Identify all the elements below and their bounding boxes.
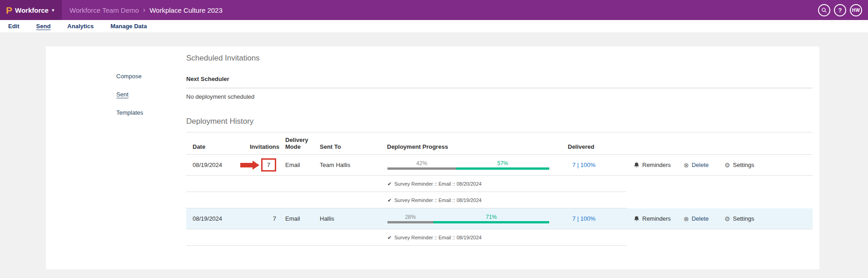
delivered-link[interactable]: 7 | 100%	[572, 215, 595, 222]
gear-icon: ⚙	[724, 216, 730, 222]
progress-bar	[387, 167, 551, 170]
reminder-text: Survey Reminder :: Email :: 08/19/2024	[394, 197, 481, 203]
column-header-invitations: Invitations	[250, 143, 277, 150]
cell-sent-to: Hallis	[318, 215, 382, 222]
progress-segment-green	[433, 221, 550, 223]
progress-gray-label: 42%	[387, 161, 456, 167]
no-deployment-message: No deployment scheduled	[186, 88, 813, 100]
breadcrumb-separator-icon: ›	[143, 6, 145, 14]
tab-manage-data[interactable]: Manage Data	[110, 23, 147, 30]
reminder-subrow: ✔ Survey Reminder :: Email :: 08/19/2024	[186, 192, 813, 208]
cell-deployment-progress: 42% 57%	[382, 161, 563, 170]
highlighted-invitations-count: 7	[261, 158, 276, 172]
cell-deployment-progress: 28% 71%	[382, 214, 563, 223]
reminders-label: Reminders	[642, 215, 671, 222]
search-icon	[821, 7, 827, 13]
cell-delivered: 7 | 100%	[563, 215, 634, 222]
column-header-sent-to: Sent To	[318, 143, 382, 150]
chevron-down-icon: ▾	[52, 7, 55, 13]
cell-invitations: 7	[250, 215, 277, 222]
help-button[interactable]: ?	[834, 4, 846, 16]
workforce-menu-button[interactable]: P Workforce ▾	[0, 0, 62, 20]
cell-delivery-mode: Email	[277, 162, 318, 168]
settings-button[interactable]: ⚙ Settings	[724, 215, 772, 222]
delivered-link[interactable]: 7 | 100%	[572, 162, 595, 168]
reminders-button[interactable]: Reminders	[634, 162, 684, 168]
cell-sent-to: Team Hallis	[318, 162, 382, 168]
app-name: Workforce	[15, 6, 49, 14]
cell-delivered: 7 | 100%	[563, 162, 634, 168]
delete-circle-icon: ⊗	[684, 216, 689, 222]
progress-green-label: 71%	[433, 214, 550, 221]
reminders-button[interactable]: Reminders	[634, 215, 684, 222]
delete-label: Delete	[692, 215, 709, 222]
annotation-arrow-icon	[240, 161, 259, 170]
bell-icon	[634, 216, 640, 222]
sidebar-item-sent[interactable]: Sent	[116, 91, 186, 98]
page-background: Compose Sent Templates Scheduled Invitat…	[0, 32, 868, 278]
question-mark-icon: ?	[838, 7, 842, 14]
breadcrumb-current-page: Workplace Culture 2023	[149, 6, 223, 14]
tab-edit[interactable]: Edit	[8, 23, 20, 30]
progress-green-label: 57%	[456, 161, 549, 167]
progress-segment-gray	[387, 167, 456, 170]
survey-nav: Edit Send Analytics Manage Data	[0, 20, 868, 32]
send-panel: Compose Sent Templates Scheduled Invitat…	[46, 46, 819, 269]
sidebar-item-templates[interactable]: Templates	[116, 109, 186, 116]
progress-segment-green	[456, 167, 549, 170]
table-header-row: Date Invitations Delivery Mode Sent To D…	[186, 132, 813, 155]
check-icon: ✔	[387, 181, 392, 187]
progress-segment-gray	[387, 221, 433, 223]
reminder-subrow: ✔ Survey Reminder :: Email :: 08/20/2024	[186, 176, 813, 192]
table-row: 08/19/2024 7 Email Team Hallis 42%	[186, 155, 813, 176]
breadcrumb: Workforce Team Demo › Workplace Culture …	[69, 6, 223, 14]
progress-gray-label: 28%	[387, 214, 433, 221]
sidebar-item-compose[interactable]: Compose	[116, 73, 186, 80]
column-header-delivered: Delivered	[563, 143, 634, 150]
next-scheduler-label: Next Scheduler	[186, 76, 813, 88]
column-header-delivery-mode: Delivery Mode	[277, 136, 318, 150]
send-sidebar: Compose Sent Templates	[46, 46, 186, 269]
search-button[interactable]	[818, 4, 830, 16]
cell-invitations: 7	[250, 158, 277, 172]
cell-delivery-mode: Email	[277, 215, 318, 222]
reminders-label: Reminders	[642, 162, 671, 168]
delete-button[interactable]: ⊗ Delete	[684, 162, 724, 168]
reminder-subrow: ✔ Survey Reminder :: Email :: 08/19/2024	[186, 229, 813, 246]
tab-send[interactable]: Send	[36, 23, 51, 30]
table-row: 08/19/2024 7 Email Hallis 28% 71%	[186, 208, 813, 229]
check-icon: ✔	[387, 197, 392, 203]
reminder-text: Survey Reminder :: Email :: 08/19/2024	[394, 235, 481, 240]
gear-icon: ⚙	[724, 162, 730, 168]
column-header-deployment-progress: Deployment Progress	[382, 143, 563, 150]
sent-content: Scheduled Invitations Next Scheduler No …	[186, 46, 819, 269]
breadcrumb-parent-link[interactable]: Workforce Team Demo	[69, 6, 139, 14]
check-icon: ✔	[387, 235, 392, 241]
cell-date: 08/19/2024	[186, 215, 250, 222]
deployment-history-title: Deployment History	[186, 117, 813, 126]
scheduled-invitations-title: Scheduled Invitations	[186, 54, 813, 63]
top-bar: P Workforce ▾ Workforce Team Demo › Work…	[0, 0, 868, 20]
delete-circle-icon: ⊗	[684, 162, 689, 168]
column-header-date: Date	[186, 143, 250, 150]
settings-label: Settings	[733, 215, 754, 222]
progress-bar	[387, 221, 551, 223]
bell-icon	[634, 162, 640, 168]
topbar-actions: ? HW	[818, 4, 868, 16]
deployment-history-table: Date Invitations Delivery Mode Sent To D…	[186, 132, 813, 246]
settings-label: Settings	[733, 162, 754, 168]
delete-label: Delete	[692, 162, 709, 168]
product-logo-icon: P	[6, 5, 12, 15]
tab-analytics[interactable]: Analytics	[67, 23, 94, 30]
user-avatar[interactable]: HW	[850, 4, 862, 16]
settings-button[interactable]: ⚙ Settings	[724, 162, 772, 168]
avatar-initials: HW	[852, 8, 860, 13]
delete-button[interactable]: ⊗ Delete	[684, 215, 724, 222]
reminder-text: Survey Reminder :: Email :: 08/20/2024	[394, 181, 481, 187]
